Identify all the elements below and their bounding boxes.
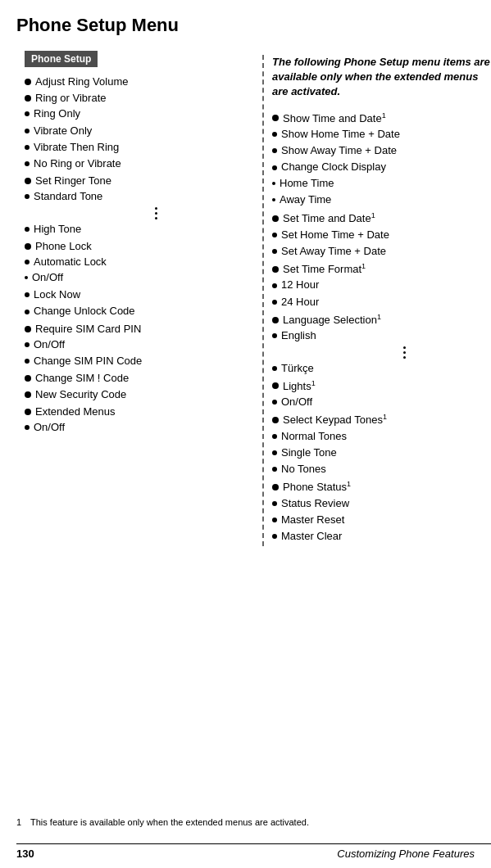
bullet-icon — [25, 145, 30, 150]
bullet-icon — [25, 375, 31, 382]
bullet-icon — [25, 95, 31, 102]
list-item: Show Home Time + Date — [272, 126, 491, 142]
list-item: Select Keypad Tones1 Normal Tones — [272, 411, 491, 478]
list-item: Standard Tone — [25, 188, 254, 205]
list-item: Master Clear — [272, 528, 491, 545]
bullet-icon — [272, 417, 279, 423]
list-item: New Security Code — [25, 387, 254, 403]
list-item: Single Tone — [272, 445, 491, 461]
list-item: English — [272, 328, 491, 344]
bullet-icon — [25, 310, 30, 314]
submenu: 12 Hour 24 Hour — [272, 277, 491, 310]
list-item: Set Ringer Tone Standard Tone — [25, 173, 254, 238]
bullet-icon — [272, 249, 277, 254]
bullet-icon — [25, 178, 31, 184]
bullet-icon — [272, 366, 277, 371]
submenu: On/Off Change SIM PIN Code — [25, 337, 254, 369]
list-item: On/Off — [25, 269, 254, 286]
phone-setup-header: Phone Setup — [25, 51, 98, 67]
bullet-icon — [272, 434, 277, 439]
dotted-divider — [262, 55, 264, 546]
submenu: On/Off — [272, 394, 491, 410]
bullet-icon — [25, 391, 31, 398]
list-item: Change Unlock Code — [25, 303, 254, 319]
bullet-icon — [272, 501, 277, 506]
list-item: Away Time — [272, 192, 491, 208]
bullet-icon — [25, 227, 30, 232]
bullet-icon — [272, 115, 279, 121]
bullet-icon — [272, 148, 277, 153]
bullet-icon — [272, 215, 279, 222]
list-item: On/Off — [272, 394, 491, 410]
list-item: Set Away Time + Date — [272, 243, 491, 260]
right-menu-tree: Show Time and Date1 Show Home Time + Dat… — [272, 110, 491, 546]
list-item: No Ring or Vibrate — [25, 156, 254, 172]
submenu: Home Time Away Time — [272, 175, 491, 208]
list-item: 12 Hour — [272, 277, 491, 293]
bullet-icon — [25, 292, 30, 297]
list-item: Set Time and Date1 Set Home Time + Date — [272, 210, 491, 260]
ellipsis-dots — [57, 206, 254, 221]
submenu: Ring Only Vibrate Only — [25, 106, 254, 172]
submenu: On/Off — [25, 419, 254, 436]
bullet-icon — [272, 300, 277, 305]
bullet-icon — [272, 400, 277, 405]
list-item: Vibrate Then Ring — [25, 139, 254, 156]
list-item: Show Away Time + Date — [272, 142, 491, 159]
submenu: High Tone — [25, 221, 254, 237]
left-menu-column: Phone Setup Adjust Ring Volume Ring or V… — [8, 43, 254, 546]
bullet-icon — [272, 450, 277, 455]
bullet-icon — [272, 534, 277, 539]
list-item: On/Off — [25, 419, 254, 436]
submenu: Standard Tone — [25, 188, 254, 205]
page-subtitle: Customizing Phone Features — [337, 848, 475, 860]
bullet-icon — [25, 161, 30, 166]
list-item: Master Reset — [272, 512, 491, 528]
left-menu-tree: Adjust Ring Volume Ring or Vibrate Ring … — [25, 74, 254, 436]
bullet-icon — [25, 276, 28, 279]
list-item: Status Review — [272, 495, 491, 512]
submenu: On/Off — [25, 269, 254, 286]
list-item: Lights1 On/Off — [272, 377, 491, 412]
bullet-icon — [25, 194, 30, 199]
bullet-icon — [272, 467, 277, 472]
list-item: Require SIM Card PIN On/Off — [25, 321, 254, 371]
list-item: On/Off — [25, 337, 254, 353]
extended-menus-note: The following Phone Setup menu items are… — [272, 55, 491, 100]
list-item: Language Selection1 English — [272, 311, 491, 377]
bullet-icon — [25, 79, 31, 85]
list-item: High Tone — [25, 221, 254, 237]
list-item: Change SIM PIN Code — [25, 353, 254, 369]
list-item: Normal Tones — [272, 428, 491, 445]
submenu: English — [272, 328, 491, 344]
language-ellipsis-dots — [317, 345, 491, 360]
list-item: Set Home Time + Date — [272, 227, 491, 243]
bullet-icon — [25, 260, 30, 264]
bullet-icon — [25, 425, 30, 430]
list-item: Lock Now — [25, 287, 254, 303]
bullet-icon — [272, 233, 277, 237]
bullet-icon — [272, 317, 279, 323]
submenu: Status Review Master Reset — [272, 495, 491, 545]
bullet-icon — [25, 409, 31, 415]
bullet-icon — [272, 266, 279, 273]
bullet-icon — [25, 359, 30, 364]
bullet-icon — [272, 484, 279, 491]
list-item: No Tones — [272, 461, 491, 477]
submenu: Automatic Lock On/Off — [25, 254, 254, 320]
bullet-icon — [25, 111, 30, 116]
submenu: Türkçe — [272, 360, 491, 377]
list-item: Ring Only — [25, 106, 254, 122]
submenu: Show Home Time + Date Show Away Time + D… — [272, 126, 491, 209]
submenu: Set Home Time + Date Set Away Time + Dat… — [272, 227, 491, 260]
bullet-icon — [272, 182, 275, 185]
list-item: 24 Hour — [272, 294, 491, 310]
bullet-icon — [272, 382, 279, 389]
bullet-icon — [272, 518, 277, 522]
bullet-icon — [25, 129, 30, 133]
list-item: Set Time Format1 12 Hour — [272, 260, 491, 311]
list-item: Phone Status1 Status Review — [272, 478, 491, 545]
list-item: Vibrate Only — [25, 123, 254, 139]
list-item: Show Time and Date1 Show Home Time + Dat… — [272, 110, 491, 210]
footnote: 1 This feature is available only when th… — [0, 809, 491, 843]
